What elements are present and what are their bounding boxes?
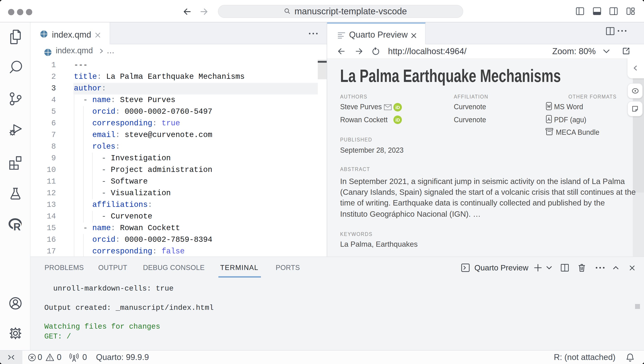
- svg-text:iD: iD: [395, 118, 400, 122]
- svg-text:iD: iD: [395, 105, 400, 110]
- svg-text:R: R: [13, 221, 20, 232]
